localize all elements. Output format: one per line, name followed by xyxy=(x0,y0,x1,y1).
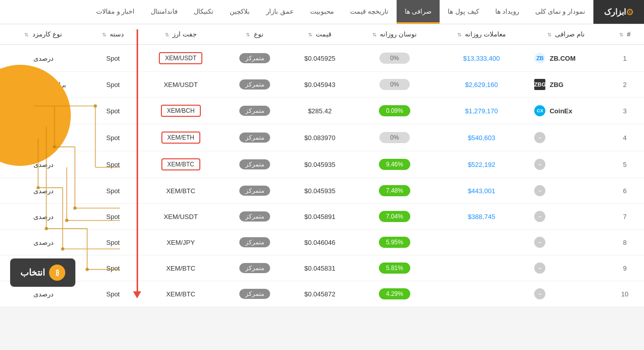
cell-category: Spot xyxy=(87,45,140,72)
col-category[interactable]: دسته ⇅ xyxy=(87,24,140,45)
cell-price: $0.045872 xyxy=(287,281,353,307)
cell-num: 3 xyxy=(606,98,644,124)
col-pair[interactable]: جفت ارز ⇅ xyxy=(140,24,222,45)
cell-fee: درصدی xyxy=(0,45,87,72)
cell-category: Spot xyxy=(87,151,140,178)
cell-fee: درصدی xyxy=(0,98,87,124)
exchange-label: CoinEx xyxy=(549,107,572,115)
type-badge: متمرکز xyxy=(239,159,270,169)
table-row[interactable]: 10 – 4.29% $0.045872 متمرکز XEM/BTC Spot… xyxy=(0,281,644,307)
nav-tab-4[interactable]: تاریخچه قیمت xyxy=(342,0,397,24)
col-price[interactable]: قیمت ⇅ xyxy=(287,24,353,45)
exchange-name-cell: ZB.COM ZB xyxy=(534,53,597,64)
volume-value: $1,279,170 xyxy=(465,107,498,115)
nav-tab-7[interactable]: بلاکچین xyxy=(222,0,258,24)
nav-tab-8[interactable]: تکنیکال xyxy=(186,0,222,24)
table-row[interactable]: 6 – $443,001 7.48% $0.045935 متمرکز XEM/… xyxy=(0,178,644,204)
exchange-logo: – xyxy=(534,237,545,248)
cell-exchange: – xyxy=(526,204,606,230)
cell-volume: $2,629,160 xyxy=(437,72,526,98)
nav-tabs: نمودار و نمای کلیرویداد هاکیف پول هاصراف… xyxy=(0,0,593,24)
col-change[interactable]: نوسان روزانه ⇅ xyxy=(353,24,437,45)
table-row[interactable]: 7 – $388,745 7.04% $0.045891 متمرکز XEM/… xyxy=(0,204,644,230)
nav-tab-9[interactable]: فاندامنتال xyxy=(143,0,186,24)
exchange-logo: – xyxy=(534,288,545,299)
cell-num: 1 xyxy=(606,45,644,72)
cell-volume: $388,745 xyxy=(437,204,526,230)
type-badge: متمرکز xyxy=(239,79,270,90)
cell-volume: $522,192 xyxy=(437,151,526,178)
change-badge: 5.95% xyxy=(379,237,410,248)
change-badge: 7.48% xyxy=(379,185,410,196)
volume-value: $388,745 xyxy=(468,213,495,221)
type-badge: متمرکز xyxy=(239,106,270,116)
cell-change: 0% xyxy=(353,124,437,151)
cell-exchange: ZBG ZBG xyxy=(526,72,606,98)
col-type[interactable]: نوع ⇅ xyxy=(222,24,287,45)
cell-category: Spot xyxy=(87,98,140,124)
table-row[interactable]: 9 – 5.81% $0.045831 متمرکز XEM/BTC Spot … xyxy=(0,255,644,281)
cell-change: 7.04% xyxy=(353,204,437,230)
cell-change: 5.95% xyxy=(353,230,437,255)
table-row[interactable]: 4 – $540,603 0% $0.083970 متمرکز XEM/ETH… xyxy=(0,124,644,151)
cell-price: $0.045831 xyxy=(287,255,353,281)
cell-fee: درصدی xyxy=(0,151,87,178)
cell-fee: درصدی xyxy=(0,281,87,307)
cell-price: $0.045935 xyxy=(287,178,353,204)
pair-plain: XEM/BTC xyxy=(166,187,195,195)
exchange-name-cell: – xyxy=(534,211,597,222)
exchange-label: ZB.COM xyxy=(549,55,575,62)
exchange-name-cell: – xyxy=(534,132,597,143)
data-table: # ⇅ نام صرافی ⇅ معاملات روزانه ⇅ نوسان ر… xyxy=(0,24,644,307)
cell-num: 7 xyxy=(606,204,644,230)
nav-tab-10[interactable]: اخبار و مقالات xyxy=(88,0,143,24)
nav-tab-5[interactable]: محبوبیت xyxy=(302,0,342,24)
cell-price: $0.045943 xyxy=(287,72,353,98)
col-exchange[interactable]: نام صرافی ⇅ xyxy=(526,24,606,45)
nav-tab-0[interactable]: نمودار و نمای کلی xyxy=(527,0,593,24)
cell-fee: درصدی xyxy=(0,230,87,255)
nav-tab-2[interactable]: کیف پول ها xyxy=(440,0,487,24)
exchange-name-cell: CoinEx CX xyxy=(534,105,597,116)
cell-type: متمرکز xyxy=(222,98,287,124)
nav-tab-6[interactable]: عمق بازار xyxy=(258,0,302,24)
col-volume[interactable]: معاملات روزانه ⇅ xyxy=(437,24,526,45)
type-badge: متمرکز xyxy=(239,53,270,63)
cell-price: $285.42 xyxy=(287,98,353,124)
cell-price: $0.083970 xyxy=(287,124,353,151)
cell-exchange: ZB.COM ZB xyxy=(526,45,606,72)
cell-category: Spot xyxy=(87,204,140,230)
nav-tab-1[interactable]: رویداد ها xyxy=(487,0,528,24)
cell-type: متمرکز xyxy=(222,178,287,204)
volume-value: $540,603 xyxy=(468,134,495,142)
cell-type: متمرکز xyxy=(222,230,287,255)
cell-volume: $13,333,400 xyxy=(437,45,526,72)
table-row[interactable]: 2 ZBG ZBG $2,629,160 0% $0.045943 متمرکز… xyxy=(0,72,644,98)
exchange-name-cell: – xyxy=(534,237,597,248)
cell-exchange: – xyxy=(526,230,606,255)
table-body: 1 ZB.COM ZB $13,333,400 0% $0.045925 متم… xyxy=(0,45,644,307)
volume-value: $443,001 xyxy=(468,187,495,195)
table-header: # ⇅ نام صرافی ⇅ معاملات روزانه ⇅ نوسان ر… xyxy=(0,24,644,45)
table-row[interactable]: 1 ZB.COM ZB $13,333,400 0% $0.045925 متم… xyxy=(0,45,644,72)
cell-num: 10 xyxy=(606,281,644,307)
cell-pair: XEM/BTC xyxy=(140,178,222,204)
exchange-logo: – xyxy=(534,211,545,222)
cell-category: Spot xyxy=(87,230,140,255)
change-badge: 0% xyxy=(379,132,410,143)
exchange-name-cell: – xyxy=(534,185,597,196)
table-row[interactable]: 5 – $522,192 9.46% $0.045935 متمرکز XEM/… xyxy=(0,151,644,178)
col-num[interactable]: # ⇅ xyxy=(606,24,644,45)
cell-num: 9 xyxy=(606,255,644,281)
col-fee[interactable]: نوع کارمزد ⇅ xyxy=(0,24,87,45)
pair-badge: XEM/BCH xyxy=(161,105,201,117)
cell-price: $0.045935 xyxy=(287,151,353,178)
table-row[interactable]: 8 – 5.95% $0.046046 متمرکز XEM/JPY Spot … xyxy=(0,230,644,255)
cell-type: متمرکز xyxy=(222,124,287,151)
table-row[interactable]: 3 CoinEx CX $1,279,170 0.09% $285.42 متم… xyxy=(0,98,644,124)
table-wrapper: ₿ انتخاب # ⇅ نام صرافی ⇅ معاملات روزانه … xyxy=(0,24,644,307)
nav-tab-3[interactable]: صرافی ها xyxy=(397,0,440,24)
cell-pair: XEM/JPY xyxy=(140,230,222,255)
change-badge: 4.29% xyxy=(379,288,410,299)
exchange-logo: CX xyxy=(534,105,545,116)
